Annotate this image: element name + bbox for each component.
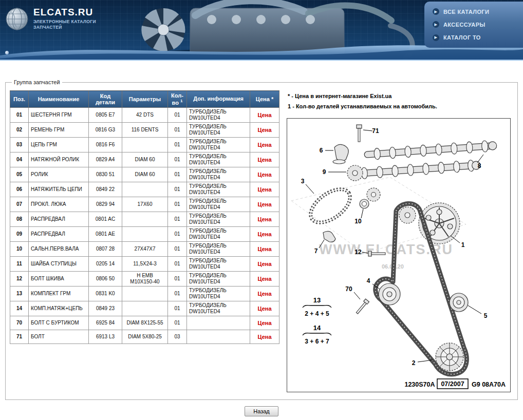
parts-table-body: 01 ШЕСТЕРНЯ ГРМ 0805 E7 42 DTS 01 ТУРБОД… <box>10 107 279 343</box>
cell-qty: 01 <box>168 152 187 167</box>
qty-footnote: 1 - Кол-во деталей устанавливаемых на ав… <box>288 102 513 112</box>
cell-info: ТУРБОДИЗЕЛЬ DW10UTED4 <box>187 197 250 212</box>
price-link[interactable]: Цена <box>257 231 271 237</box>
banner-edge-line <box>0 60 523 61</box>
cell-code: 0831 K0 <box>89 286 122 301</box>
price-link[interactable]: Цена <box>257 171 271 178</box>
nav-item-all-catalogs[interactable]: ▶ ВСЕ КАТАЛОГИ <box>433 8 523 15</box>
back-button[interactable]: Назад <box>245 406 278 416</box>
price-link[interactable]: Цена <box>257 216 271 222</box>
cell-pos: 03 <box>10 137 29 152</box>
site-logo: ELCATS.RU ЭЛЕКТРОННЫЕ КАТАЛОГИ ЗАПЧАСТЕЙ <box>5 7 96 31</box>
cell-qty: 01 <box>168 122 187 137</box>
header-price: Цена * <box>250 91 279 108</box>
logo-text: ELCATS.RU ЭЛЕКТРОННЫЕ КАТАЛОГИ ЗАПЧАСТЕЙ <box>33 7 96 31</box>
price-link[interactable]: Цена <box>257 246 271 252</box>
cell-params <box>122 301 168 316</box>
cell-qty: 01 <box>168 226 187 241</box>
cell-pos: 07 <box>10 197 29 212</box>
header-name: Наименование <box>29 91 89 108</box>
svg-text:2 + 4 + 5: 2 + 4 + 5 <box>305 310 329 317</box>
table-row: 70 БОЛТ С БУРТИКОМ 6925 84 DIAM 8X125-55… <box>10 316 279 330</box>
cell-params <box>122 212 168 226</box>
cell-info: ТУРБОДИЗЕЛЬ DW10UTED4 <box>187 226 250 241</box>
cam-sprocket-hub <box>352 170 358 176</box>
cell-code: 0830 51 <box>89 167 122 182</box>
nav-item-accessories[interactable]: ▶ АКСЕССУАРЫ <box>433 21 523 28</box>
table-row: 07 ПРОКЛ. ЛЮКА 0829 94 17X60 01 ТУРБОДИЗ… <box>10 197 279 212</box>
cell-price: Цена <box>250 330 279 343</box>
cell-name: БОЛТ ШКИВА <box>29 271 89 286</box>
price-link[interactable]: Цена <box>257 142 271 148</box>
cell-qty: 01 <box>168 137 187 152</box>
cell-price: Цена <box>250 241 279 256</box>
cell-qty: 01 <box>168 182 187 197</box>
table-row: 06 НАТЯЖИТЕЛЬ ЦЕПИ 0849 22 01 ТУРБОДИЗЕЛ… <box>10 182 279 197</box>
price-link[interactable]: Цена <box>257 291 271 297</box>
part-number-label: 7 <box>314 247 318 255</box>
camshaft-upper <box>364 140 497 160</box>
cell-code: 0849 23 <box>89 301 122 316</box>
cell-qty: 01 <box>168 286 187 301</box>
cell-price: Цена <box>250 137 279 152</box>
nav-item-service-catalog[interactable]: ▶ КАТАЛОГ ТО <box>433 34 523 41</box>
table-row: 01 ШЕСТЕРНЯ ГРМ 0805 E7 42 DTS 01 ТУРБОД… <box>10 107 279 122</box>
cell-code: 0205 14 <box>89 256 122 271</box>
cell-price: Цена <box>250 212 279 226</box>
cell-name: РОЛИК <box>29 167 89 182</box>
table-row: 03 ЦЕПЬ ГРМ 0816 F6 01 ТУРБОДИЗЕЛЬ DW10U… <box>10 137 279 152</box>
cell-qty: 01 <box>168 316 187 330</box>
bracket-part <box>333 144 348 164</box>
arrow-right-icon: ▶ <box>433 21 439 28</box>
part-number-label: 5 <box>484 312 488 319</box>
cell-params: DIAM 8X125-55 <box>122 316 168 330</box>
idler-pulley <box>450 293 468 312</box>
footer-actions: Назад <box>5 406 518 416</box>
price-link[interactable]: Цена <box>257 334 271 340</box>
price-link[interactable]: Цена <box>257 201 271 207</box>
price-link[interactable]: Цена <box>257 186 271 193</box>
table-header-row: Поз. Наименование Код детали Параметры К… <box>10 91 279 108</box>
cell-params: DIAM 60 <box>122 167 168 182</box>
price-link[interactable]: Цена <box>257 261 271 267</box>
main-nav: ▶ ВСЕ КАТАЛОГИ ▶ АКСЕССУАРЫ ▶ КАТАЛОГ ТО <box>424 2 523 48</box>
cell-info: ТУРБОДИЗЕЛЬ DW10UTED4 <box>187 137 250 152</box>
svg-text:14: 14 <box>313 324 321 332</box>
cell-pos: 08 <box>10 212 29 226</box>
cell-params: 11,5X24-3 <box>122 256 168 271</box>
price-link[interactable]: Цена <box>257 320 271 326</box>
cell-pos: 09 <box>10 226 29 241</box>
table-row: 13 КОМПЛЕКТ ГРМ 0831 K0 01 ТУРБОДИЗЕЛЬ D… <box>10 286 279 301</box>
part-number-label: 3 <box>301 178 305 185</box>
part-number-label: 12 <box>354 249 362 256</box>
part-number-label: 70 <box>345 285 352 293</box>
cell-pos: 05 <box>10 167 29 182</box>
price-link[interactable]: Цена <box>257 306 271 312</box>
cell-params: 116 DENTS <box>122 122 168 137</box>
cell-info: ТУРБОДИЗЕЛЬ DW10UTED4 <box>187 256 250 271</box>
cell-price: Цена <box>250 226 279 241</box>
page-content: Группа запчастей Поз. Наименование Код д… <box>0 61 523 416</box>
table-row: 10 САЛЬН.ПЕРВ.ВАЛА 0807 28 27X47X7 01 ТУ… <box>10 241 279 256</box>
cell-price: Цена <box>250 152 279 167</box>
table-row: 08 РАСПРЕДВАЛ 0801 AC 01 ТУРБОДИЗЕЛЬ DW1… <box>10 212 279 226</box>
cell-name: БОЛТ <box>29 330 89 343</box>
cell-code: 0849 22 <box>89 182 122 197</box>
price-link[interactable]: Цена <box>257 157 271 163</box>
cell-name: ШАЙБА СТУПИЦЫ <box>29 256 89 271</box>
cell-code: 0806 50 <box>89 271 122 286</box>
header-params: Параметры <box>122 91 168 108</box>
kit-13-formula: 13 2 + 4 + 5 <box>303 296 331 317</box>
cell-name: РАСПРЕДВАЛ <box>29 226 89 241</box>
crank-sprocket <box>436 343 463 371</box>
price-link[interactable]: Цена <box>257 112 271 118</box>
part-number-label: 2 <box>412 359 416 367</box>
price-link[interactable]: Цена <box>257 127 271 133</box>
cell-pos: 14 <box>10 301 29 316</box>
price-link[interactable]: Цена <box>257 276 271 282</box>
cell-name: КОМП.НАТЯЖ+ЦЕПЬ <box>29 301 89 316</box>
tensioner-pulley <box>379 283 400 305</box>
cell-price: Цена <box>250 197 279 212</box>
cell-params <box>122 137 168 152</box>
diagram-column: * - Цена в интернет-магазине Exist.ua 1 … <box>287 90 513 392</box>
